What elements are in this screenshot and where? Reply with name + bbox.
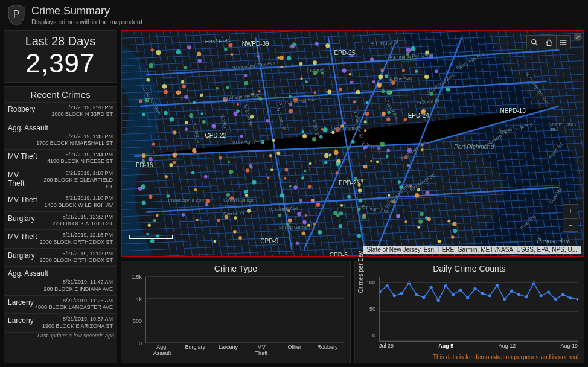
kpi-panel: Last 28 Days 2,397 — [4, 30, 117, 83]
svg-point-59 — [370, 57, 374, 61]
list-item[interactable]: MV Theft8/21/2019, 1:44 PM4100 BLOCK N R… — [4, 150, 117, 168]
chart-x-label: Robbery — [315, 345, 340, 360]
list-item[interactable]: MV Theft8/21/2019, 12:16 PM2000 BLOCK OR… — [4, 230, 117, 249]
svg-point-92 — [307, 224, 310, 227]
svg-point-272 — [437, 299, 440, 302]
svg-point-288 — [554, 298, 557, 301]
list-item[interactable]: Burglary8/21/2019, 12:32 PM2200 BLOCK N … — [4, 212, 117, 231]
map-home-button[interactable] — [542, 36, 556, 49]
list-item[interactable]: Agg. Assault8/21/2019, 1:45 PM1700 BLOCK… — [4, 121, 117, 150]
svg-point-115 — [313, 223, 316, 226]
svg-point-234 — [142, 161, 145, 164]
svg-point-169 — [305, 214, 307, 217]
svg-point-26 — [229, 170, 233, 174]
svg-point-114 — [420, 212, 424, 216]
svg-point-31 — [240, 135, 243, 138]
chart-y-tick: 1k — [136, 296, 142, 302]
svg-point-71 — [149, 157, 153, 161]
svg-point-60 — [321, 72, 324, 74]
svg-point-204 — [286, 223, 289, 226]
svg-point-35 — [398, 180, 401, 184]
svg-point-218 — [302, 134, 307, 138]
svg-point-25 — [280, 66, 283, 68]
svg-point-19 — [324, 161, 328, 164]
svg-point-150 — [278, 214, 281, 217]
svg-point-187 — [402, 69, 405, 72]
svg-point-230 — [388, 194, 390, 197]
shield-badge-icon: P — [6, 4, 27, 27]
svg-point-117 — [193, 101, 196, 104]
svg-point-279 — [488, 294, 491, 297]
list-item[interactable]: Larceny8/21/2019, 10:57 AM1900 BLOCK E A… — [4, 314, 117, 333]
crime-meta: 8/21/2019, 1:45 PM1700 BLOCK N MARSHALL … — [8, 133, 113, 147]
svg-point-4 — [224, 48, 227, 51]
last-update-text: Last update: a few seconds ago — [4, 333, 117, 339]
svg-point-208 — [156, 214, 159, 217]
svg-point-222 — [312, 137, 316, 141]
svg-point-143 — [244, 74, 248, 77]
svg-point-213 — [141, 184, 145, 189]
svg-point-225 — [453, 229, 457, 233]
list-item[interactable]: Burglary8/21/2019, 12:02 PM2300 BLOCK OR… — [4, 249, 117, 267]
svg-point-154 — [223, 97, 228, 102]
svg-point-162 — [226, 86, 229, 89]
svg-point-122 — [309, 162, 312, 165]
list-item[interactable]: Robbery8/21/2019, 2:28 PM2000 BLOCK N 33… — [4, 103, 117, 121]
chart-title: Daily Crime Counts — [359, 264, 580, 273]
svg-point-53 — [407, 164, 410, 167]
svg-point-33 — [217, 219, 220, 222]
svg-point-237 — [318, 230, 322, 235]
svg-point-158 — [378, 74, 383, 79]
list-item[interactable]: MV Theft8/21/2019, 1:10 PM1400 BLOCK W L… — [4, 193, 117, 212]
svg-point-244 — [266, 119, 269, 123]
crime-type: Agg. Assault — [8, 269, 113, 278]
svg-point-185 — [211, 124, 216, 128]
svg-point-111 — [359, 199, 363, 203]
svg-point-140 — [376, 161, 379, 164]
map-zoom-in-button[interactable]: + — [563, 205, 578, 218]
svg-point-240 — [216, 87, 219, 89]
recent-crimes-list[interactable]: Robbery8/21/2019, 2:28 PM2000 BLOCK N 33… — [4, 103, 117, 363]
svg-point-29 — [385, 74, 388, 78]
svg-point-37 — [377, 146, 380, 150]
svg-point-85 — [149, 195, 152, 199]
list-item[interactable]: Agg. Assault8/21/2019, 11:42 AM200 BLOCK… — [4, 267, 117, 296]
map-legend-button[interactable] — [556, 36, 570, 49]
svg-point-62 — [156, 50, 161, 55]
list-item[interactable]: MV Theft8/21/2019, 1:10 PM200 BLOCK E CL… — [4, 168, 117, 194]
map-zoom-out-button[interactable]: − — [563, 218, 578, 231]
svg-point-142 — [452, 222, 456, 226]
map-expand-icon[interactable]: ⤢ — [574, 33, 582, 41]
map-basemap — [122, 31, 583, 256]
svg-point-164 — [325, 43, 330, 48]
app-header: P Crime Summary Displays crimes within t… — [0, 0, 588, 30]
svg-point-239 — [342, 68, 346, 73]
svg-point-116 — [364, 120, 367, 123]
map-search-button[interactable] — [527, 36, 542, 49]
list-item[interactable]: Larceny8/21/2019, 11:25 AM4000 BLOCK LAN… — [4, 296, 117, 314]
svg-point-141 — [170, 117, 174, 122]
svg-point-254 — [347, 195, 351, 199]
map-zoom-controls: + − — [563, 204, 578, 232]
crime-type: Robbery — [8, 105, 35, 113]
svg-point-289 — [561, 293, 564, 296]
svg-point-200 — [162, 84, 167, 89]
svg-point-148 — [192, 148, 196, 153]
svg-point-45 — [324, 153, 328, 158]
svg-point-7 — [323, 127, 328, 132]
svg-point-49 — [404, 118, 407, 121]
svg-point-64 — [225, 214, 229, 219]
svg-point-134 — [213, 240, 216, 243]
svg-point-223 — [381, 69, 384, 72]
map-panel[interactable]: NWPD-39EPD-25CPD-22EPD-24NEPD-15EPD-26PD… — [121, 30, 584, 257]
svg-point-252 — [267, 176, 270, 179]
svg-point-83 — [184, 95, 188, 99]
svg-point-63 — [446, 88, 450, 92]
chart-x-tick: Aug 5 — [438, 343, 453, 353]
svg-point-186 — [347, 180, 350, 183]
svg-point-286 — [540, 294, 543, 297]
svg-point-136 — [173, 130, 176, 134]
svg-point-179 — [205, 203, 208, 206]
svg-point-166 — [311, 199, 315, 202]
map-toolbar — [526, 35, 571, 49]
